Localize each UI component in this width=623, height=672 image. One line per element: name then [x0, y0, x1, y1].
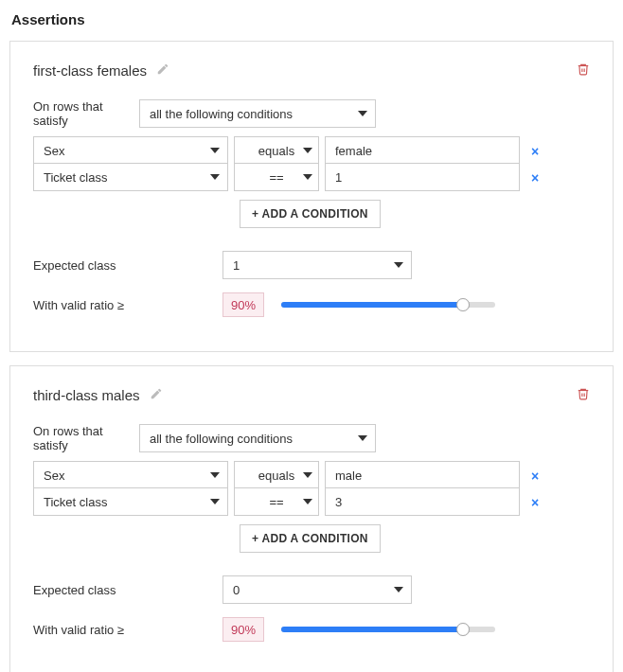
remove-condition-icon[interactable]: ×: [527, 144, 543, 159]
expected-class-select[interactable]: 0: [222, 575, 412, 604]
condition-field-select[interactable]: Ticket class: [33, 487, 228, 516]
chevron-down-icon: [210, 472, 220, 478]
chevron-down-icon: [210, 499, 220, 504]
remove-condition-icon[interactable]: ×: [527, 170, 543, 186]
condition-value-input[interactable]: 1: [325, 163, 520, 191]
condition-op-select[interactable]: ==: [234, 163, 319, 191]
condition-value-input[interactable]: male: [325, 461, 520, 489]
trash-icon[interactable]: [577, 62, 590, 79]
condition-field-value: Ticket class: [44, 170, 107, 185]
condition-op-value: ==: [235, 170, 318, 185]
condition-row: Sex equals female ×: [33, 137, 590, 165]
slider-fill: [281, 627, 463, 632]
condition-op-select[interactable]: ==: [234, 487, 319, 516]
remove-condition-icon[interactable]: ×: [527, 495, 543, 510]
condition-op-select[interactable]: equals: [234, 461, 319, 489]
assertion-card: first-class females On rows that satisfy…: [9, 41, 614, 352]
expected-class-select[interactable]: 1: [222, 251, 412, 279]
condition-op-select[interactable]: equals: [234, 136, 319, 165]
chevron-down-icon: [358, 435, 367, 441]
trash-icon[interactable]: [577, 387, 590, 403]
valid-ratio-value[interactable]: 90%: [222, 617, 264, 642]
condition-value-input[interactable]: female: [325, 136, 520, 165]
slider-thumb[interactable]: [456, 623, 470, 636]
assertion-card: third-class males On rows that satisfy a…: [9, 365, 614, 672]
pencil-icon[interactable]: [156, 62, 169, 79]
chevron-down-icon: [210, 174, 220, 180]
add-condition-button[interactable]: + ADD A CONDITION: [240, 200, 381, 228]
condition-row: Sex equals male ×: [33, 462, 590, 489]
condition-op-value: ==: [235, 495, 318, 509]
valid-ratio-label: With valid ratio ≥: [33, 623, 222, 637]
slider-fill: [281, 302, 463, 308]
condition-op-value: equals: [235, 144, 318, 158]
expected-class-value: 1: [233, 258, 240, 273]
scope-select[interactable]: all the following conditions: [139, 99, 376, 128]
condition-op-value: equals: [235, 469, 318, 483]
expected-class-label: Expected class: [33, 258, 222, 273]
chevron-down-icon: [394, 262, 403, 268]
expected-class-label: Expected class: [33, 583, 222, 597]
on-rows-label: On rows that satisfy: [33, 99, 139, 128]
valid-ratio-value[interactable]: 90%: [222, 292, 264, 317]
on-rows-label: On rows that satisfy: [33, 424, 139, 452]
slider-thumb[interactable]: [456, 298, 470, 311]
condition-value-text: female: [335, 144, 372, 158]
scope-select[interactable]: all the following conditions: [139, 424, 376, 452]
valid-ratio-slider[interactable]: [281, 298, 495, 311]
add-condition-button[interactable]: + ADD A CONDITION: [240, 524, 381, 553]
condition-field-select[interactable]: Ticket class: [33, 163, 228, 191]
condition-row: Ticket class == 1 ×: [33, 164, 590, 191]
condition-field-value: Sex: [44, 144, 64, 158]
chevron-down-icon: [358, 111, 367, 116]
scope-select-value: all the following conditions: [150, 432, 293, 446]
condition-field-value: Ticket class: [44, 495, 107, 509]
valid-ratio-label: With valid ratio ≥: [33, 298, 222, 312]
condition-value-text: 3: [335, 495, 342, 509]
page-title: Assertions: [11, 11, 614, 27]
condition-field-select[interactable]: Sex: [33, 136, 228, 165]
condition-field-select[interactable]: Sex: [33, 461, 228, 489]
pencil-icon[interactable]: [150, 387, 163, 403]
condition-value-text: male: [335, 469, 362, 483]
condition-row: Ticket class == 3 ×: [33, 488, 590, 516]
condition-value-input[interactable]: 3: [325, 487, 520, 516]
condition-field-value: Sex: [44, 469, 64, 483]
remove-condition-icon[interactable]: ×: [527, 469, 543, 484]
assertion-title: third-class males: [33, 387, 140, 403]
chevron-down-icon: [394, 587, 403, 592]
expected-class-value: 0: [233, 583, 240, 597]
chevron-down-icon: [210, 148, 220, 153]
scope-select-value: all the following conditions: [150, 107, 293, 121]
assertion-title: first-class females: [33, 62, 147, 79]
condition-value-text: 1: [335, 170, 342, 185]
valid-ratio-slider[interactable]: [281, 623, 495, 636]
